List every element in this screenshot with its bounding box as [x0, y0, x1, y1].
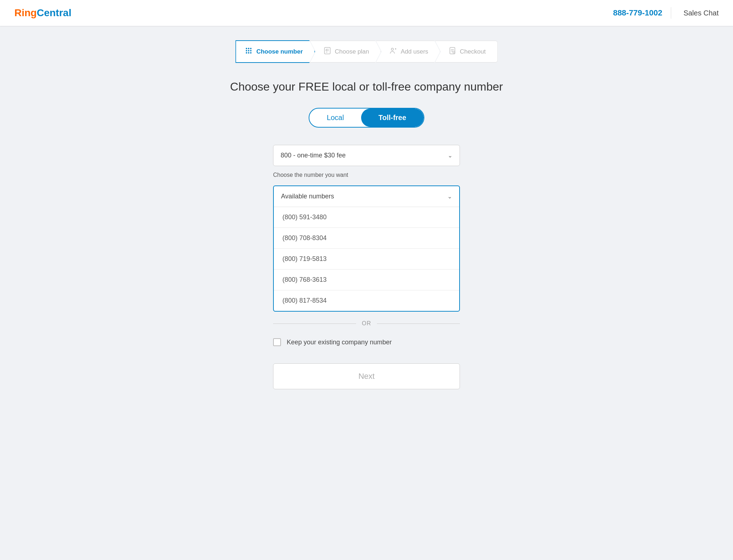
svg-point-7 [248, 52, 249, 54]
number-dropdown-chevron: ⌄ [447, 193, 452, 200]
keep-number-label: Keep your existing company number [287, 339, 392, 346]
page-title: Choose your FREE local or toll-free comp… [230, 80, 503, 93]
logo-central: Central [37, 7, 71, 19]
number-dropdown-header[interactable]: Available numbers ⌄ [274, 186, 459, 207]
number-option-4[interactable]: (800) 768-3613 [274, 270, 459, 290]
step-choose-plan-label: Choose plan [335, 48, 369, 55]
or-right-line [377, 323, 460, 324]
svg-point-8 [250, 52, 252, 54]
svg-point-2 [250, 48, 252, 49]
svg-point-13 [391, 48, 393, 50]
available-numbers-placeholder: Available numbers [281, 193, 334, 200]
step-add-users[interactable]: Add users [376, 41, 440, 63]
number-option-5[interactable]: (800) 817-8534 [274, 290, 459, 311]
keep-number-checkbox[interactable] [273, 338, 281, 346]
svg-point-4 [248, 50, 249, 51]
number-option-2[interactable]: (800) 708-8304 [274, 228, 459, 249]
number-option-1[interactable]: (800) 591-3480 [274, 207, 459, 228]
prefix-dropdown-trigger[interactable]: 800 - one-time $30 fee ⌄ [273, 145, 460, 166]
step-choose-plan-icon [323, 47, 331, 56]
next-button[interactable]: Next [273, 363, 460, 389]
sales-chat-button[interactable]: Sales Chat [680, 9, 719, 17]
sales-chat-label: Sales Chat [683, 9, 719, 17]
number-dropdown: Available numbers ⌄ (800) 591-3480 (800)… [273, 185, 460, 312]
prefix-chevron-icon: ⌄ [448, 152, 452, 159]
form-area: 800 - one-time $30 fee ⌄ Choose the numb… [273, 145, 460, 389]
step-add-users-label: Add users [401, 48, 428, 55]
step-choose-plan[interactable]: Choose plan [310, 41, 381, 63]
or-divider: OR [273, 320, 460, 327]
header-divider [671, 7, 671, 19]
svg-point-1 [248, 48, 249, 49]
or-text: OR [362, 320, 371, 327]
prefix-dropdown: 800 - one-time $30 fee ⌄ [273, 145, 460, 166]
number-option-3[interactable]: (800) 719-5813 [274, 249, 459, 270]
number-type-toggle: Local Toll-free [309, 108, 424, 128]
svg-point-6 [246, 52, 247, 54]
step-add-users-icon [389, 47, 397, 56]
step-choose-number-icon [245, 47, 253, 56]
svg-point-3 [246, 50, 247, 51]
header-phone[interactable]: 888-779-1002 [613, 8, 662, 18]
or-left-line [273, 323, 356, 324]
svg-point-0 [246, 48, 247, 49]
logo: RingCentral [14, 7, 72, 19]
local-toggle-button[interactable]: Local [309, 109, 361, 127]
step-choose-number[interactable]: Choose number [235, 40, 315, 63]
header: RingCentral 888-779-1002 Sales Chat [0, 0, 733, 26]
logo-ring: Ring [14, 7, 37, 19]
keep-number-row: Keep your existing company number [273, 338, 460, 346]
step-checkout-label: Checkout [460, 48, 486, 55]
svg-point-5 [250, 50, 252, 51]
step-checkout[interactable]: Checkout [435, 41, 498, 63]
step-choose-number-label: Choose number [256, 48, 303, 55]
prefix-dropdown-value: 800 - one-time $30 fee [281, 152, 346, 159]
main-content: Choose number Choose plan [0, 26, 733, 404]
header-right: 888-779-1002 Sales Chat [613, 7, 719, 19]
tollfree-toggle-button[interactable]: Toll-free [361, 109, 423, 127]
number-section-label: Choose the number you want [273, 172, 460, 178]
step-checkout-icon [448, 47, 456, 56]
stepper-nav: Choose number Choose plan [235, 40, 497, 63]
